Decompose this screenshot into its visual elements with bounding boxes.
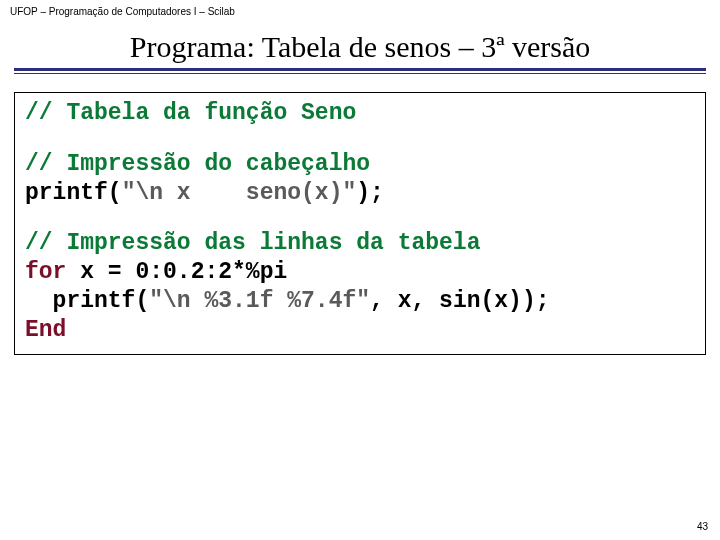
code-block-1: // Tabela da função Seno (25, 99, 695, 128)
code-string: "\n x seno(x)" (122, 180, 357, 206)
code-box: // Tabela da função Seno // Impressão do… (14, 92, 706, 355)
course-header: UFOP – Programação de Computadores I – S… (10, 6, 235, 17)
code-text: ); (356, 180, 384, 206)
slide-title: Programa: Tabela de senos – 3ª versão (0, 30, 720, 64)
code-block-2: // Impressão do cabeçalho printf("\n x s… (25, 150, 695, 208)
title-underline (14, 68, 706, 74)
code-text: , x, sin(x)); (370, 288, 549, 314)
page-number: 43 (697, 521, 708, 532)
code-call: printf( (25, 180, 122, 206)
code-comment: // Impressão do cabeçalho (25, 151, 370, 177)
code-keyword-for: for (25, 259, 66, 285)
code-string: "\n %3.1f %7.4f" (149, 288, 370, 314)
code-block-3: // Impressão das linhas da tabela for x … (25, 229, 695, 344)
code-call: printf( (25, 288, 149, 314)
code-keyword-end: End (25, 317, 66, 343)
code-text: x = 0:0.2:2*%pi (66, 259, 287, 285)
code-comment: // Impressão das linhas da tabela (25, 230, 480, 256)
code-comment: // Tabela da função Seno (25, 100, 356, 126)
